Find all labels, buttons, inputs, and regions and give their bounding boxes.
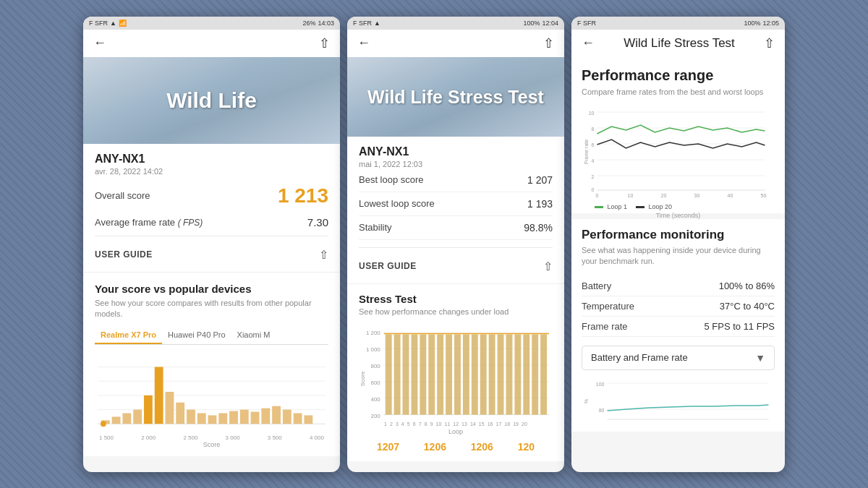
svg-text:40: 40 <box>728 193 733 198</box>
svg-text:8: 8 <box>592 127 595 132</box>
avg-frame-value: 7.30 <box>307 216 328 228</box>
svg-text:100: 100 <box>596 382 605 387</box>
perf-range-section: Performance range Compare frame rates fr… <box>571 57 785 213</box>
battery-value: 100% to 86% <box>719 281 775 291</box>
device-date-2: mai 1, 2022 12:03 <box>359 160 553 168</box>
device-name-1: ANY-NX1 <box>95 153 328 166</box>
compare-title: Your score vs popular devices <box>95 283 328 295</box>
frame-rate-label: Frame rate <box>582 321 628 332</box>
signal-icon-2: ▲ <box>374 20 380 27</box>
share-icon-5[interactable]: ⇧ <box>764 35 775 51</box>
svg-rect-50 <box>480 334 487 414</box>
share-icon-1[interactable]: ⇧ <box>319 35 330 51</box>
time-3: 12:05 <box>762 20 779 27</box>
back-icon-3[interactable]: ← <box>582 35 595 51</box>
frame-rate-value: 5 FPS to 11 FPS <box>704 321 775 332</box>
user-guide-text-2[interactable]: USER GUIDE <box>359 261 417 271</box>
svg-text:10: 10 <box>628 193 634 198</box>
best-loop-label: Best loop score <box>359 174 424 185</box>
svg-text:10: 10 <box>589 111 595 116</box>
status-bar-2: F SFR ▲ 100% 12:04 <box>347 17 564 30</box>
back-icon-2[interactable]: ← <box>357 35 370 51</box>
device-name-2: ANY-NX1 <box>359 145 553 158</box>
monitoring-sub: See what was happening inside your devic… <box>582 245 775 267</box>
dropdown-battery-frame[interactable]: Battery and Frame rate ▼ <box>582 346 775 370</box>
svg-rect-48 <box>463 334 469 414</box>
svg-rect-43 <box>420 334 426 414</box>
bottom-chart-svg: 100 80 % <box>582 376 775 423</box>
svg-rect-22 <box>283 410 292 424</box>
svg-text:80: 80 <box>599 408 605 413</box>
share-icon-2[interactable]: ⇧ <box>319 248 328 262</box>
svg-rect-47 <box>454 334 461 414</box>
overall-score-label: Overall score <box>95 190 150 201</box>
hero-title-2: Wild Life Stress Test <box>367 86 544 108</box>
frame-rate-row: Frame rate 5 FPS to 11 FPS <box>582 317 775 337</box>
stress-title: Stress Test <box>359 293 553 305</box>
tab-xiaomi[interactable]: Xiaomi M <box>231 327 276 344</box>
share-icon-4[interactable]: ⇧ <box>543 260 553 273</box>
footer-score-1: 1207 <box>377 441 399 453</box>
svg-rect-53 <box>506 334 512 414</box>
user-guide-text-1[interactable]: USER GUIDE <box>95 249 153 260</box>
device-date-1: avr. 28, 2022 14:02 <box>95 167 328 176</box>
svg-rect-46 <box>446 334 452 414</box>
best-loop-value: 1 207 <box>527 174 553 186</box>
footer-score-3: 1206 <box>471 441 493 453</box>
tabs-1: Realme X7 Pro Huawei P40 Pro Xiaomi M <box>95 327 328 345</box>
bar-chart-svg <box>98 352 326 432</box>
legend-loop1: Loop 1 <box>595 203 627 210</box>
svg-rect-56 <box>532 334 538 414</box>
score-footer: 1207 1206 1206 120 <box>359 437 553 453</box>
time-1: 14:03 <box>318 20 334 27</box>
svg-rect-14 <box>197 414 206 424</box>
battery-row: Battery 100% to 86% <box>582 276 775 296</box>
svg-text:30: 30 <box>694 193 700 198</box>
top-nav-3: ← Wild Life Stress Test ⇧ <box>571 30 785 57</box>
svg-rect-17 <box>229 411 238 424</box>
svg-rect-7 <box>122 414 131 424</box>
stress-chart-svg: 1 200 1 000 800 600 400 200 <box>359 325 553 426</box>
status-bar-1: F SFR ▲ 📶 26% 14:03 <box>83 17 340 30</box>
stability-value: 98.8% <box>524 222 553 234</box>
temp-value: 37°C to 40°C <box>720 301 775 312</box>
x-axis-title-1: Score <box>98 441 326 448</box>
svg-point-25 <box>101 421 106 427</box>
svg-rect-18 <box>240 410 249 424</box>
battery-1: 26% <box>302 20 315 27</box>
svg-rect-57 <box>540 334 547 414</box>
svg-rect-15 <box>208 416 217 424</box>
phone2-card: F SFR ▲ 100% 12:04 ← ⇧ Wild Life Stress … <box>347 17 564 472</box>
divider-2 <box>359 247 553 248</box>
status-left-1: F SFR ▲ 📶 <box>89 20 127 27</box>
battery-3: 100% <box>744 20 760 27</box>
battery-label: Battery <box>582 281 611 291</box>
tab-realme[interactable]: Realme X7 Pro <box>95 327 162 344</box>
svg-rect-12 <box>176 403 184 424</box>
back-icon-1[interactable]: ← <box>93 35 106 51</box>
footer-score-2: 1206 <box>424 441 446 453</box>
avg-frame-row: Average frame rate ( FPS) 7.30 <box>95 216 328 228</box>
svg-rect-21 <box>272 406 281 424</box>
compare-sub: See how your score compares with results… <box>95 298 328 320</box>
svg-rect-40 <box>394 334 401 414</box>
svg-rect-11 <box>166 392 174 424</box>
result-section-2: ANY-NX1 mai 1, 2022 12:03 Best loop scor… <box>347 137 564 284</box>
user-guide-row-2: USER GUIDE ⇧ <box>359 255 553 275</box>
x-label: 1 500 <box>99 435 114 441</box>
x-label: 2 500 <box>183 435 197 441</box>
stress-chart: 1 200 1 000 800 600 400 200 <box>359 325 553 437</box>
svg-text:600: 600 <box>371 379 381 385</box>
svg-text:20: 20 <box>661 193 667 198</box>
share-icon-3[interactable]: ⇧ <box>543 35 554 51</box>
temp-label: Temperature <box>582 301 634 312</box>
stress-sub: See how performance changes under load <box>359 307 553 316</box>
svg-text:0: 0 <box>596 193 599 198</box>
phone3-card: F SFR 100% 12:05 ← Wild Life Stress Test… <box>571 17 785 472</box>
svg-text:Score: Score <box>359 371 366 386</box>
carrier-1: F SFR <box>89 20 108 27</box>
perf-chart-svg: 10 8 6 4 2 0 Frame rate <box>582 105 775 199</box>
tab-huawei[interactable]: Huawei P40 Pro <box>162 327 231 344</box>
x-label: 2 000 <box>141 435 156 441</box>
svg-rect-39 <box>386 334 392 414</box>
